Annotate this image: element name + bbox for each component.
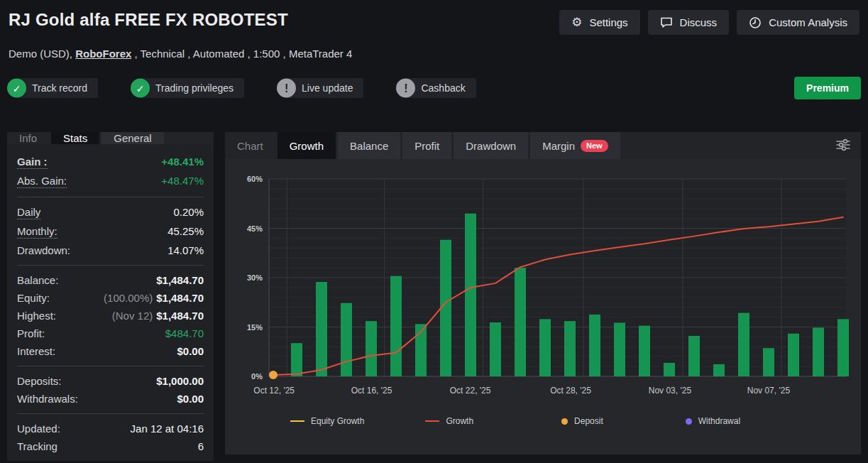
chart-filter-button[interactable] [825, 134, 861, 158]
broker-link[interactable]: RoboForex [75, 48, 131, 60]
legend-swatch-line [425, 420, 439, 422]
svg-text:30%: 30% [247, 273, 263, 282]
page-title: RJ Gold alfa FREE FX ROBOTEST [7, 10, 288, 30]
stat-label: Deposits: [17, 375, 62, 387]
tab-general[interactable]: General [101, 132, 163, 144]
stat-group: Deposits:$1,000.00Withdrawals:$0.00 [17, 366, 204, 414]
stat-label: Profit: [17, 327, 45, 339]
stat-group: Updated:Jan 12 at 04:16Tracking6 [17, 414, 204, 461]
check-circle-icon: ✓ [7, 79, 26, 98]
tab-profit[interactable]: Profit [402, 132, 451, 159]
svg-text:Oct 12, '25: Oct 12, '25 [253, 386, 295, 396]
stats-body: Gain :+48.41%Abs. Gain:+48.47%Daily0.20%… [7, 144, 214, 461]
tab-info[interactable]: Info [7, 132, 49, 144]
chart-tabbar: ChartGrowthBalanceProfitDrawdownMarginNe… [225, 132, 861, 159]
tab-growth[interactable]: Growth [278, 132, 336, 159]
tab-label: Stats [63, 132, 87, 144]
stat-value: +48.47% [161, 175, 204, 187]
premium-button[interactable]: Premium [794, 77, 861, 99]
tab-label: Chart [237, 140, 263, 152]
legend-deposit[interactable]: Deposit [561, 416, 603, 426]
stat-row-abs-gain: Abs. Gain:+48.47% [17, 172, 204, 191]
button-discuss[interactable]: Discuss [648, 10, 730, 35]
stat-label: Tracking [17, 440, 57, 452]
stat-label: Balance: [17, 274, 58, 286]
tab-label: Margin [542, 140, 575, 152]
stat-value: $1,000.00 [156, 375, 204, 387]
gear-icon: ⚙ [571, 16, 582, 28]
svg-text:Oct 22, '25: Oct 22, '25 [450, 386, 491, 396]
legend-label: Withdrawal [698, 416, 740, 426]
stat-row-monthly: Monthly:45.25% [17, 222, 204, 241]
stat-row-balance: Balance:$1,484.70 [17, 271, 204, 289]
stat-row-withdrawals: Withdrawals:$0.00 [17, 390, 204, 408]
header: RJ Gold alfa FREE FX ROBOTEST ⚙SettingsD… [7, 10, 861, 35]
svg-text:Nov 03, '25: Nov 03, '25 [649, 386, 692, 396]
tab-margin[interactable]: MarginNew [530, 132, 620, 159]
button-custom-analysis[interactable]: Custom Analysis [737, 10, 859, 35]
stat-label: Highest: [17, 310, 56, 322]
badge-label: Live update [302, 82, 353, 94]
svg-text:0%: 0% [251, 372, 263, 381]
exclamation-circle-icon: ! [396, 79, 415, 98]
badge-trading-privileges[interactable]: ✓Trading privileges [141, 78, 244, 98]
stat-group: Daily0.20%Monthly:45.25%Drawdown:14.07% [17, 197, 204, 266]
stat-value: +48.41% [161, 156, 204, 168]
tab-balance[interactable]: Balance [338, 132, 400, 159]
badge-label: Trading privileges [155, 82, 234, 94]
svg-text:Oct 16, '25: Oct 16, '25 [351, 386, 392, 396]
stat-row-gain: Gain :+48.41% [17, 153, 204, 172]
badge-cashback[interactable]: !Cashback [406, 78, 476, 98]
tab-chart[interactable]: Chart [225, 132, 275, 159]
legend-equity-growth[interactable]: Equity Growth [290, 416, 364, 426]
stat-label: Updated: [17, 423, 60, 435]
tab-label: Growth [290, 140, 324, 152]
stat-value: $0.00 [177, 393, 204, 405]
stat-value: Jan 12 at 04:16 [131, 423, 204, 435]
stat-value: $0.00 [177, 345, 204, 357]
tab-label: Info [19, 132, 37, 144]
stat-value-amount: $1,484.70 [156, 292, 204, 304]
stats-tabbar: InfoStatsGeneral [7, 132, 214, 144]
new-badge: New [581, 140, 608, 152]
stat-row-profit: Profit:$484.70 [17, 325, 204, 342]
button-label: Discuss [680, 16, 718, 28]
badge-track-record[interactable]: ✓Track record [17, 78, 98, 98]
legend-label: Deposit [574, 416, 603, 426]
svg-text:Oct 28, '25: Oct 28, '25 [550, 386, 591, 396]
button-label: Custom Analysis [769, 16, 847, 28]
account-subtitle: Demo (USD), RoboForex , Technical , Auto… [7, 48, 861, 60]
stat-value: (Nov 12)$1,484.70 [112, 310, 204, 322]
tab-stats[interactable]: Stats [51, 132, 99, 144]
stat-label[interactable]: Abs. Gain: [17, 175, 67, 188]
button-settings[interactable]: ⚙Settings [559, 10, 639, 35]
tab-label: General [114, 132, 151, 144]
legend-growth[interactable]: Growth [425, 416, 473, 426]
svg-text:15%: 15% [247, 323, 263, 332]
chart-panel: ChartGrowthBalanceProfitDrawdownMarginNe… [225, 132, 861, 454]
chart-area: 0%15%30%45%60%Oct 12, '25Oct 16, '25Oct … [225, 159, 861, 454]
stat-label: Drawdown: [17, 244, 70, 256]
stat-value: $1,484.70 [156, 274, 204, 286]
stat-row-daily: Daily0.20% [17, 203, 204, 222]
legend-withdrawal[interactable]: Withdrawal [686, 416, 740, 426]
stat-value: (100.00%)$1,484.70 [104, 292, 204, 304]
badge-live-update[interactable]: !Live update [287, 78, 363, 98]
legend-swatch-line [290, 420, 304, 422]
stat-label: Equity: [17, 292, 50, 304]
stat-label[interactable]: Monthly: [17, 225, 57, 239]
svg-text:60%: 60% [247, 175, 263, 183]
sliders-icon [835, 138, 851, 152]
stat-label[interactable]: Daily [17, 206, 40, 219]
tab-label: Drawdown [466, 140, 516, 152]
tab-label: Profit [414, 140, 439, 152]
growth-chart[interactable]: 0%15%30%45%60%Oct 12, '25Oct 16, '25Oct … [234, 169, 858, 403]
legend-swatch-dot [561, 418, 568, 425]
tab-drawdown[interactable]: Drawdown [454, 132, 528, 159]
check-circle-icon: ✓ [131, 79, 150, 98]
exclamation-circle-icon: ! [277, 79, 296, 98]
stat-label[interactable]: Gain : [17, 156, 48, 169]
account-details: , Technical , Automated , 1:500 , MetaTr… [131, 48, 352, 60]
stat-row-highest: Highest:(Nov 12)$1,484.70 [17, 307, 204, 325]
legend-swatch-dot [686, 418, 692, 425]
